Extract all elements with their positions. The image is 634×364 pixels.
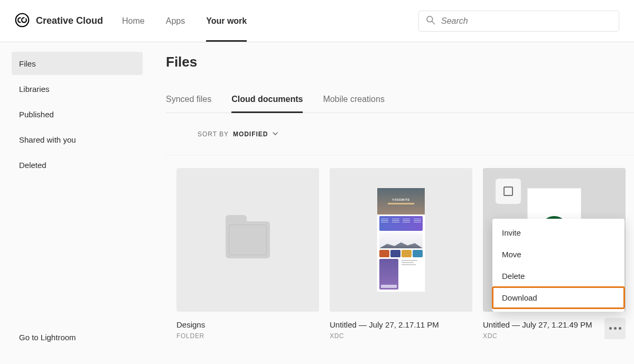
search-box[interactable] <box>418 11 619 32</box>
main: Files Synced files Cloud documents Mobil… <box>154 42 634 364</box>
page-title: Files <box>166 54 634 70</box>
sort-bar: SORT BY MODIFIED <box>166 113 634 155</box>
file-type: XDC <box>483 332 600 340</box>
brand-name: Creative Cloud <box>36 15 103 26</box>
sidebar-item-libraries[interactable]: Libraries <box>12 77 143 100</box>
ellipsis-icon <box>609 327 621 330</box>
menu-item-download[interactable]: Download <box>492 287 624 309</box>
sidebar-lightroom-link[interactable]: Go to Lightroom <box>12 329 143 354</box>
creative-cloud-icon <box>15 13 30 30</box>
menu-item-invite[interactable]: Invite <box>492 222 624 244</box>
nav-apps[interactable]: Apps <box>166 0 185 42</box>
artboard-preview: YOSEMITE <box>377 188 425 292</box>
sidebar-item-deleted[interactable]: Deleted <box>12 153 143 176</box>
svg-line-2 <box>432 21 435 24</box>
brand: Creative Cloud <box>15 13 103 30</box>
sidebar: Files Libraries Published Shared with yo… <box>0 42 154 364</box>
search-input[interactable] <box>441 16 612 26</box>
file-card[interactable]: Invite Move Delete Download Untitled — J… <box>483 168 626 340</box>
sort-value[interactable]: MODIFIED <box>233 130 268 138</box>
folder-icon <box>226 221 270 258</box>
menu-item-delete[interactable]: Delete <box>492 265 624 287</box>
file-title: Designs <box>176 320 319 329</box>
file-type: XDC <box>330 332 472 340</box>
app-header: Creative Cloud Home Apps Your work <box>0 0 634 42</box>
file-type: FOLDER <box>176 332 319 340</box>
checkbox-icon <box>504 186 513 196</box>
file-card[interactable]: Designs FOLDER <box>176 168 319 340</box>
nav-home[interactable]: Home <box>122 0 145 42</box>
nav-your-work[interactable]: Your work <box>206 0 247 42</box>
chevron-down-icon[interactable] <box>272 129 278 139</box>
file-title: Untitled — July 27, 2.17.11 PM <box>330 320 472 329</box>
preview-hero-text: YOSEMITE <box>392 198 410 201</box>
content-tabs: Synced files Cloud documents Mobile crea… <box>166 95 634 113</box>
body: Files Libraries Published Shared with yo… <box>0 42 634 364</box>
sidebar-item-published[interactable]: Published <box>12 102 143 126</box>
sidebar-item-shared[interactable]: Shared with you <box>12 128 143 151</box>
selection-checkbox[interactable] <box>496 179 521 204</box>
tab-mobile-creations[interactable]: Mobile creations <box>323 95 385 113</box>
search-wrap <box>418 11 619 32</box>
thumbnail[interactable]: YOSEMITE <box>330 168 472 312</box>
primary-nav: Home Apps Your work <box>122 0 247 42</box>
tab-synced-files[interactable]: Synced files <box>166 95 211 113</box>
more-actions-button[interactable] <box>604 318 626 339</box>
search-icon <box>425 15 436 27</box>
sort-label: SORT BY <box>198 130 229 138</box>
file-card[interactable]: YOSEMITE Untitled — July 27, 2.17.11 PM … <box>330 168 472 340</box>
sidebar-item-files[interactable]: Files <box>12 52 143 75</box>
menu-item-move[interactable]: Move <box>492 244 624 265</box>
context-menu: Invite Move Delete Download <box>492 219 624 312</box>
tab-cloud-documents[interactable]: Cloud documents <box>231 95 303 113</box>
file-title: Untitled — July 27, 1.21.49 PM <box>483 320 600 329</box>
file-grid: Designs FOLDER YOSEMITE Untitled — July … <box>166 155 634 340</box>
thumbnail[interactable] <box>176 168 319 312</box>
